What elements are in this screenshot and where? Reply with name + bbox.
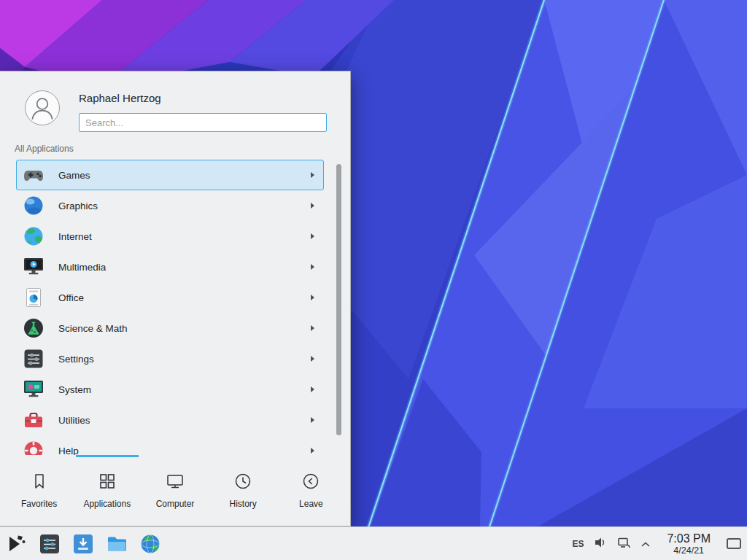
submenu-arrow-icon <box>311 203 314 209</box>
category-system[interactable]: System <box>16 374 324 405</box>
application-launcher-menu: Raphael Hertzog All Applications Games <box>0 71 351 526</box>
category-office[interactable]: Office <box>16 282 324 313</box>
category-list: Games Graphics <box>0 160 350 455</box>
clock-time: 7:03 PM <box>667 532 711 545</box>
favorites-icon <box>30 472 49 494</box>
internet-icon <box>22 225 45 248</box>
submenu-arrow-icon <box>311 386 314 392</box>
system-tray: ES 7:03 PM 4/24 <box>572 532 741 556</box>
launcher-header: Raphael Hertzog <box>0 71 350 132</box>
submenu-arrow-icon <box>311 264 314 270</box>
user-name: Raphael Hertzog <box>79 92 338 104</box>
submenu-arrow-icon <box>311 356 314 362</box>
category-help[interactable]: Help <box>16 435 324 455</box>
category-internet[interactable]: Internet <box>16 221 324 252</box>
leave-icon <box>301 472 320 494</box>
system-settings-icon <box>38 532 61 556</box>
science-icon <box>22 316 45 340</box>
user-avatar[interactable] <box>25 90 60 125</box>
desktop[interactable]: Raphael Hertzog All Applications Games <box>0 0 747 560</box>
taskbar-discover-button[interactable] <box>71 532 95 556</box>
submenu-arrow-icon <box>311 295 314 300</box>
submenu-arrow-icon <box>311 172 314 178</box>
category-label: Utilities <box>58 415 298 426</box>
section-label: All Applications <box>0 132 350 160</box>
volume-icon[interactable] <box>594 536 607 552</box>
tab-label: Leave <box>299 499 323 509</box>
settings-icon <box>22 347 45 370</box>
category-label: Office <box>58 292 298 303</box>
tab-label: Favorites <box>21 499 57 509</box>
kde-application-launcher-icon <box>6 533 28 555</box>
computer-icon <box>166 472 185 494</box>
category-label: Graphics <box>58 201 298 211</box>
history-icon <box>233 472 252 494</box>
multimedia-icon <box>22 255 45 279</box>
taskbar-launchers <box>6 532 162 556</box>
expand-tray-icon[interactable] <box>640 537 651 551</box>
clock-date: 4/24/21 <box>667 545 711 556</box>
tab-label: Applications <box>83 499 131 509</box>
office-icon <box>22 286 45 309</box>
application-launcher-button[interactable] <box>6 533 28 555</box>
submenu-arrow-icon <box>311 325 314 331</box>
network-icon[interactable] <box>617 536 630 552</box>
utilities-icon <box>22 408 45 432</box>
tab-history[interactable]: History <box>209 455 277 526</box>
help-icon <box>22 439 45 455</box>
category-label: Science & Math <box>58 323 298 334</box>
applications-icon <box>98 472 117 494</box>
category-utilities[interactable]: Utilities <box>16 405 324 435</box>
list-scrollbar[interactable] <box>336 164 341 435</box>
submenu-arrow-icon <box>311 417 314 423</box>
category-label: Games <box>58 170 298 181</box>
category-games[interactable]: Games <box>16 160 324 190</box>
tab-label: History <box>230 499 257 509</box>
active-tab-indicator <box>76 455 139 457</box>
taskbar-system-settings-button[interactable] <box>38 532 61 556</box>
user-icon <box>26 92 58 124</box>
taskbar-file-manager-button[interactable] <box>105 532 128 556</box>
category-label: Internet <box>58 231 298 242</box>
category-settings[interactable]: Settings <box>16 343 324 374</box>
taskbar-panel: ES 7:03 PM 4/24 <box>0 526 747 560</box>
submenu-arrow-icon <box>311 233 314 239</box>
file-manager-icon <box>105 532 128 556</box>
keyboard-layout-indicator[interactable]: ES <box>572 539 584 549</box>
discover-icon <box>71 532 95 556</box>
submenu-arrow-icon <box>311 448 314 454</box>
category-label: Settings <box>58 354 298 365</box>
system-icon <box>22 378 45 401</box>
games-icon <box>22 163 45 187</box>
tab-leave[interactable]: Leave <box>277 455 345 526</box>
category-multimedia[interactable]: Multimedia <box>16 252 324 282</box>
tab-applications[interactable]: Applications <box>73 455 141 526</box>
show-desktop-button[interactable] <box>727 538 741 549</box>
tab-favorites[interactable]: Favorites <box>5 455 73 526</box>
category-label: System <box>58 384 298 395</box>
launcher-tab-bar: Favorites Applications <box>0 455 350 526</box>
category-science-math[interactable]: Science & Math <box>16 313 324 343</box>
tab-label: Computer <box>156 499 195 509</box>
tab-computer[interactable]: Computer <box>141 455 209 526</box>
category-graphics[interactable]: Graphics <box>16 190 324 221</box>
search-input[interactable] <box>79 113 327 132</box>
taskbar-web-browser-button[interactable] <box>139 532 162 556</box>
graphics-icon <box>22 194 45 217</box>
category-label: Multimedia <box>58 262 298 273</box>
digital-clock[interactable]: 7:03 PM 4/24/21 <box>667 532 711 556</box>
web-browser-icon <box>139 532 162 556</box>
category-label: Help <box>58 446 298 456</box>
